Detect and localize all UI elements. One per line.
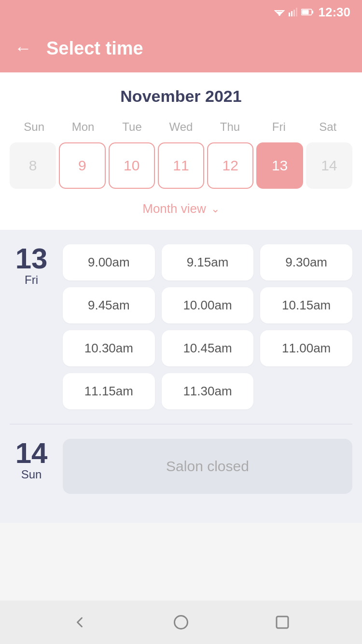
home-nav-button[interactable] bbox=[169, 610, 193, 634]
status-time: 12:30 bbox=[319, 5, 351, 20]
slot-1015am[interactable]: 10.15am bbox=[260, 287, 352, 323]
back-nav-button[interactable] bbox=[68, 610, 92, 634]
month-year-title: November 2021 bbox=[10, 87, 352, 106]
back-button[interactable]: ← bbox=[14, 40, 32, 57]
svg-point-10 bbox=[175, 616, 188, 629]
page-title: Select time bbox=[46, 38, 143, 59]
weekday-mon: Mon bbox=[58, 117, 107, 137]
recents-nav-button[interactable] bbox=[270, 610, 294, 634]
cal-day-11[interactable]: 11 bbox=[158, 142, 204, 189]
day-number-14: 14 bbox=[10, 439, 53, 468]
weekday-wed: Wed bbox=[156, 117, 205, 137]
wifi-icon bbox=[274, 8, 285, 16]
cal-day-13[interactable]: 13 bbox=[256, 142, 303, 189]
cal-day-12[interactable]: 12 bbox=[207, 142, 253, 189]
nav-bar bbox=[0, 601, 362, 644]
svg-rect-3 bbox=[289, 13, 290, 16]
svg-rect-6 bbox=[296, 8, 297, 16]
signal-icon bbox=[289, 8, 297, 16]
weekday-fri: Fri bbox=[254, 117, 303, 137]
weekday-headers: Sun Mon Tue Wed Thu Fri Sat bbox=[10, 117, 352, 137]
svg-rect-5 bbox=[293, 10, 295, 16]
cal-day-10[interactable]: 10 bbox=[109, 142, 155, 189]
weekday-sat: Sat bbox=[304, 117, 352, 137]
svg-rect-8 bbox=[312, 11, 313, 14]
weekday-tue: Tue bbox=[108, 117, 156, 137]
slot-1100am[interactable]: 11.00am bbox=[260, 330, 352, 366]
home-nav-icon bbox=[172, 614, 190, 631]
battery-icon bbox=[301, 9, 314, 15]
slot-900am[interactable]: 9.00am bbox=[63, 244, 155, 280]
month-view-label: Month view bbox=[142, 201, 206, 216]
chevron-down-icon: ⌄ bbox=[211, 203, 220, 215]
status-bar: 12:30 bbox=[0, 0, 362, 24]
slot-1030am[interactable]: 10.30am bbox=[63, 330, 155, 366]
slot-915am[interactable]: 9.15am bbox=[162, 244, 254, 280]
day-name-14: Sun bbox=[10, 468, 53, 481]
slot-1130am[interactable]: 11.30am bbox=[162, 373, 254, 409]
calendar-section: November 2021 Sun Mon Tue Wed Thu Fri Sa… bbox=[0, 72, 362, 230]
salon-closed-block: Salon closed bbox=[63, 439, 352, 494]
cal-day-8[interactable]: 8 bbox=[10, 142, 56, 189]
day-label-13: 13 Fri bbox=[10, 244, 53, 287]
slot-1000am[interactable]: 10.00am bbox=[162, 287, 254, 323]
day-number-13: 13 bbox=[10, 244, 53, 273]
cal-day-9[interactable]: 9 bbox=[59, 142, 105, 189]
slots-grid-13: 9.00am 9.15am 9.30am 9.45am 10.00am 10.1… bbox=[63, 244, 352, 409]
month-view-toggle[interactable]: Month view ⌄ bbox=[10, 197, 352, 220]
svg-rect-11 bbox=[277, 616, 288, 628]
slot-945am[interactable]: 9.45am bbox=[63, 287, 155, 323]
svg-rect-4 bbox=[291, 11, 292, 16]
time-slots-section: 13 Fri 9.00am 9.15am 9.30am 9.45am 10.00… bbox=[0, 230, 362, 523]
slot-930am[interactable]: 9.30am bbox=[260, 244, 352, 280]
day-divider bbox=[10, 424, 352, 424]
day-label-14: 14 Sun bbox=[10, 439, 53, 481]
cal-day-14[interactable]: 14 bbox=[306, 142, 352, 189]
calendar-row: 8 9 10 11 12 13 14 bbox=[10, 142, 352, 189]
day-block-14: 14 Sun Salon closed bbox=[10, 439, 352, 494]
weekday-sun: Sun bbox=[10, 117, 58, 137]
day-block-13: 13 Fri 9.00am 9.15am 9.30am 9.45am 10.00… bbox=[10, 244, 352, 409]
header: ← Select time bbox=[0, 24, 362, 72]
day-name-13: Fri bbox=[10, 273, 53, 287]
svg-rect-9 bbox=[302, 10, 308, 14]
status-icons bbox=[274, 8, 314, 16]
slot-1045am[interactable]: 10.45am bbox=[162, 330, 254, 366]
back-nav-icon bbox=[71, 614, 88, 631]
weekday-thu: Thu bbox=[206, 117, 254, 137]
slot-1115am[interactable]: 11.15am bbox=[63, 373, 155, 409]
svg-point-2 bbox=[278, 14, 280, 16]
recents-nav-icon bbox=[274, 614, 291, 631]
